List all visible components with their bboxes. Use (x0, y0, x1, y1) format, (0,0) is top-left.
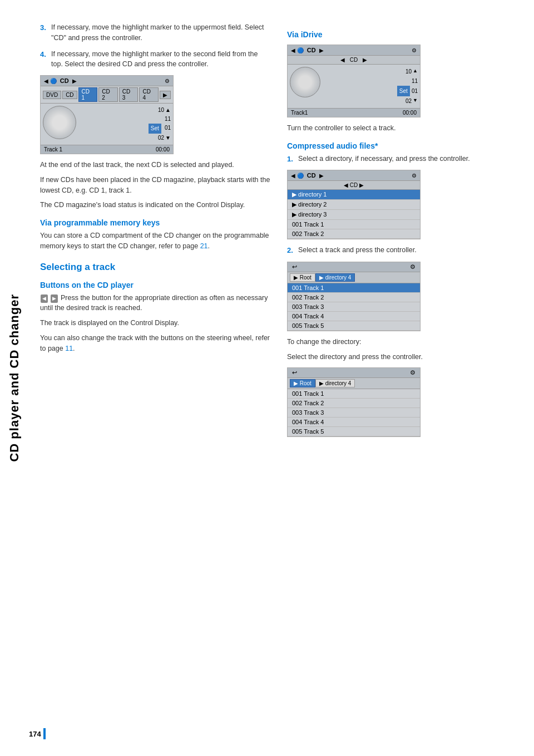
step-3-number: 3. (40, 22, 48, 43)
tab-cd4[interactable]: CD 4 (139, 87, 159, 102)
idrive-cd-label: CD (307, 47, 316, 53)
para-1: At the end of the last track, the next C… (40, 160, 270, 170)
dir-settings-icon: ⚙ (412, 173, 417, 179)
dir-sub-bar: ◀ CD ▶ (288, 181, 420, 190)
idrive-body: 10▲ 11 Set 01 02▼ (288, 65, 420, 108)
dir-item-track2[interactable]: 002 Track 2 (288, 229, 420, 239)
dir-item-track1[interactable]: 001 Track 1 (288, 220, 420, 229)
cd-ui-footer: Track 1 00:00 (41, 145, 173, 154)
idrive-screenshot: ◀ 🔵 CD ▶ ⚙ ◀ CD ▶ 10▲ (287, 45, 421, 117)
cd-settings-icon: ⚙ (165, 78, 170, 84)
compressed-heading: Compressed audio files* (287, 141, 517, 150)
compressed-step-1-num: 1. (287, 154, 295, 165)
page-num: 174 (29, 730, 41, 738)
idrive-instruction: Turn the controller to select a track. (287, 123, 517, 134)
idrive-next-icon: ▶ (319, 47, 324, 53)
cd-next-icon: ▶ (72, 78, 77, 84)
main-content: 3. If necessary, move the highlight mark… (29, 0, 534, 465)
step-3: 3. If necessary, move the highlight mark… (40, 22, 270, 43)
compressed-step-2-num: 2. (287, 245, 295, 256)
buttons-text-block: ◀ ▶ Press the button for the appropriate… (40, 293, 270, 314)
cd-disc-image (43, 106, 76, 139)
track-display-text: The track is displayed on the Control Di… (40, 318, 270, 328)
dir-item-2[interactable]: ▶ directory 2 (288, 200, 420, 210)
idrive-sub-prev: ◀ (340, 57, 345, 63)
track-002[interactable]: 002 Track 2 (288, 293, 420, 302)
breadcrumb-root[interactable]: ▶ Root (290, 273, 315, 282)
step-3-text: If necessary, move the highlight marker … (51, 22, 270, 43)
tab-next[interactable]: ▶ (160, 91, 171, 99)
track-ui-2-top: ↩ ⚙ (288, 368, 420, 378)
page-indicator-bar (43, 728, 46, 739)
breadcrumb2-dir4[interactable]: ▶ directory 4 (315, 379, 355, 387)
dir-top-bar: ◀ 🔵 CD ▶ ⚙ (288, 170, 420, 181)
sidebar-label: CD player and CD changer (7, 294, 22, 462)
cd-ui-top-bar: ◀ 🔵 CD ▶ ⚙ (41, 76, 173, 86)
tab-dvd[interactable]: DVD (43, 91, 61, 99)
track-settings-icon: ⚙ (410, 263, 416, 271)
dir-cd-label: CD (307, 172, 316, 179)
cd-track-label: Track 1 (44, 146, 62, 153)
page-number-block: 174 (29, 728, 46, 739)
idrive-track-02: 02▼ (324, 96, 418, 106)
step-4: 4. If necessary, move the highlight mark… (40, 49, 270, 70)
tab-cd2[interactable]: CD 2 (98, 87, 118, 102)
selecting-track-heading: Selecting a track (40, 262, 270, 273)
idrive-settings-icon: ⚙ (412, 47, 417, 53)
track2-003[interactable]: 003 Track 3 (288, 408, 420, 418)
prev-track-button[interactable]: ◀ (41, 294, 48, 303)
cd-prev-icon: ◀ 🔵 (44, 78, 57, 84)
track-10: 10▲ (80, 106, 171, 115)
track-005[interactable]: 005 Track 5 (288, 321, 420, 331)
left-column: 3. If necessary, move the highlight mark… (40, 22, 270, 443)
track2-settings-icon: ⚙ (410, 369, 416, 376)
compressed-step-2: 2. Select a track and press the controll… (287, 245, 517, 256)
tab-cd1[interactable]: CD 1 (78, 87, 98, 102)
breadcrumb-dir4[interactable]: ▶ directory 4 (315, 273, 355, 282)
track2-back-icon: ↩ (292, 369, 297, 376)
tab-cd3[interactable]: CD 3 (119, 87, 139, 102)
track-back-icon: ↩ (292, 263, 297, 271)
idrive-track-11: 11 (324, 76, 418, 86)
para-2: If new CDs have been placed in the CD ma… (40, 175, 270, 196)
track2-005[interactable]: 005 Track 5 (288, 427, 420, 436)
idrive-set-label: Set (397, 86, 410, 96)
track2-001[interactable]: 001 Track 1 (288, 389, 420, 399)
directory-screenshot: ◀ 🔵 CD ▶ ⚙ ◀ CD ▶ ▶ directory 1 ▶ direct… (287, 170, 421, 239)
dir-item-3[interactable]: ▶ directory 3 (288, 210, 420, 220)
cd-time-label: 00:00 (156, 146, 170, 153)
idrive-track-label: Track1 (291, 110, 308, 116)
track-breadcrumb-1: ▶ Root ▶ directory 4 (288, 272, 420, 283)
track-02: 02▼ (80, 134, 171, 143)
idrive-footer: Track1 00:00 (288, 108, 420, 117)
track2-004[interactable]: 004 Track 4 (288, 418, 420, 427)
cd-player-screenshot: ◀ 🔵 CD ▶ ⚙ DVD CD CD 1 CD 2 CD 3 CD 4 ▶ (40, 75, 174, 154)
dir-item-1[interactable]: ▶ directory 1 (288, 190, 420, 200)
change-dir-text1: To change the directory: (287, 337, 517, 347)
via-prog-link[interactable]: 21 (200, 242, 208, 250)
next-track-button[interactable]: ▶ (51, 294, 58, 303)
para-3: The CD magazine's load status is indicat… (40, 200, 270, 210)
idrive-sub-next: ▶ (363, 57, 367, 63)
track-003[interactable]: 003 Track 3 (288, 302, 420, 312)
track2-002[interactable]: 002 Track 2 (288, 399, 420, 408)
track-ui-1-top: ↩ ⚙ (288, 262, 420, 272)
track-001[interactable]: 001 Track 1 (288, 283, 420, 293)
tab-cd[interactable]: CD (62, 91, 77, 99)
dir-prev-icon: ◀ 🔵 (291, 173, 304, 179)
via-idrive-heading: Via iDrive (287, 30, 517, 39)
track-breadcrumb-2: ▶ Root ▶ directory 4 (288, 378, 420, 389)
compressed-step-1-text: Select a directory, if necessary, and pr… (298, 154, 517, 165)
track-004[interactable]: 004 Track 4 (288, 312, 420, 321)
idrive-disc-image (290, 67, 320, 97)
via-prog-heading: Via programmable memory keys (40, 218, 270, 227)
steering-wheel-text: You can also change the track with the b… (40, 333, 270, 354)
idrive-sub-cd: CD (350, 57, 358, 63)
dir-next-icon: ▶ (319, 173, 324, 179)
cd-label: CD (60, 77, 69, 84)
idrive-set-01: Set 01 (324, 86, 418, 96)
breadcrumb2-root[interactable]: ▶ Root (290, 379, 315, 387)
compressed-step-2-text: Select a track and press the controller. (298, 245, 517, 256)
steering-wheel-link[interactable]: 11 (65, 345, 73, 352)
step-4-number: 4. (40, 49, 48, 70)
